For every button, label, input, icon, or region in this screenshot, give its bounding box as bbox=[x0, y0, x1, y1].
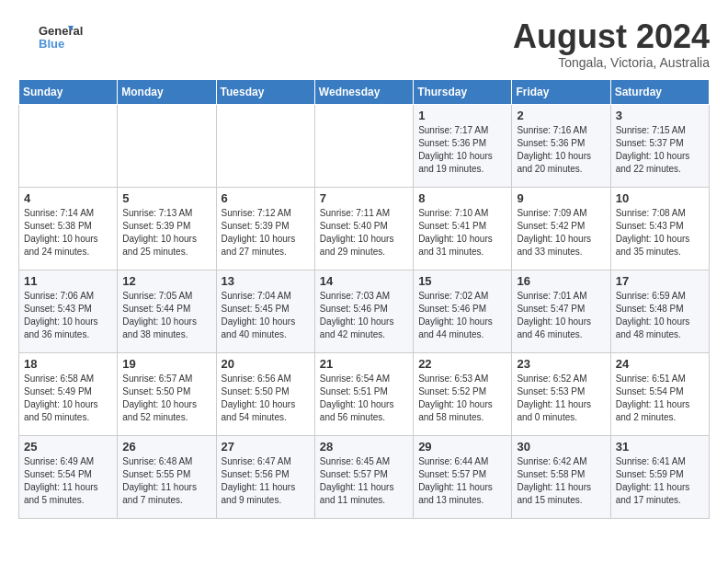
day-info: Sunrise: 6:59 AM Sunset: 5:48 PM Dayligh… bbox=[616, 290, 704, 341]
calendar-cell: 10Sunrise: 7:08 AM Sunset: 5:43 PM Dayli… bbox=[610, 187, 709, 270]
calendar-table: SundayMondayTuesdayWednesdayThursdayFrid… bbox=[18, 79, 710, 519]
calendar-cell: 8Sunrise: 7:10 AM Sunset: 5:41 PM Daylig… bbox=[414, 187, 512, 270]
calendar-cell: 18Sunrise: 6:58 AM Sunset: 5:49 PM Dayli… bbox=[19, 352, 118, 435]
calendar-cell: 20Sunrise: 6:56 AM Sunset: 5:50 PM Dayli… bbox=[216, 352, 314, 435]
day-number: 10 bbox=[616, 191, 704, 205]
day-number: 17 bbox=[616, 274, 704, 288]
calendar-cell: 19Sunrise: 6:57 AM Sunset: 5:50 PM Dayli… bbox=[118, 352, 216, 435]
day-number: 20 bbox=[222, 357, 310, 371]
title-block: August 2024 Tongala, Victoria, Australia bbox=[513, 18, 710, 70]
day-number: 3 bbox=[616, 109, 704, 122]
logo: General Blue General Blue bbox=[18, 18, 92, 55]
calendar-cell: 6Sunrise: 7:12 AM Sunset: 5:39 PM Daylig… bbox=[216, 187, 314, 270]
day-number: 22 bbox=[418, 357, 506, 371]
calendar-cell: 11Sunrise: 7:06 AM Sunset: 5:43 PM Dayli… bbox=[19, 270, 118, 352]
calendar-cell bbox=[118, 104, 216, 187]
weekday-header-saturday: Saturday bbox=[610, 79, 709, 104]
day-info: Sunrise: 7:13 AM Sunset: 5:39 PM Dayligh… bbox=[122, 207, 210, 259]
day-info: Sunrise: 6:44 AM Sunset: 5:57 PM Dayligh… bbox=[418, 455, 506, 507]
day-number: 23 bbox=[517, 357, 605, 371]
calendar-week-4: 18Sunrise: 6:58 AM Sunset: 5:49 PM Dayli… bbox=[19, 352, 710, 435]
calendar-cell: 3Sunrise: 7:15 AM Sunset: 5:37 PM Daylig… bbox=[610, 104, 709, 187]
day-info: Sunrise: 6:51 AM Sunset: 5:54 PM Dayligh… bbox=[616, 373, 704, 424]
day-info: Sunrise: 7:02 AM Sunset: 5:46 PM Dayligh… bbox=[418, 290, 506, 341]
day-number: 18 bbox=[24, 357, 112, 371]
day-info: Sunrise: 7:11 AM Sunset: 5:40 PM Dayligh… bbox=[320, 207, 408, 259]
day-number: 19 bbox=[122, 357, 210, 371]
calendar-cell: 17Sunrise: 6:59 AM Sunset: 5:48 PM Dayli… bbox=[610, 270, 709, 352]
calendar-cell: 5Sunrise: 7:13 AM Sunset: 5:39 PM Daylig… bbox=[118, 187, 216, 270]
day-info: Sunrise: 7:17 AM Sunset: 5:36 PM Dayligh… bbox=[418, 124, 506, 176]
day-info: Sunrise: 6:45 AM Sunset: 5:57 PM Dayligh… bbox=[320, 455, 408, 507]
day-number: 25 bbox=[24, 440, 112, 454]
day-info: Sunrise: 6:56 AM Sunset: 5:50 PM Dayligh… bbox=[222, 373, 310, 424]
calendar-cell: 26Sunrise: 6:48 AM Sunset: 5:55 PM Dayli… bbox=[118, 435, 216, 518]
weekday-header-monday: Monday bbox=[118, 79, 216, 104]
day-number: 26 bbox=[122, 440, 210, 454]
day-number: 16 bbox=[517, 274, 605, 288]
calendar-cell: 12Sunrise: 7:05 AM Sunset: 5:44 PM Dayli… bbox=[118, 270, 216, 352]
calendar-cell: 16Sunrise: 7:01 AM Sunset: 5:47 PM Dayli… bbox=[512, 270, 610, 352]
day-info: Sunrise: 6:47 AM Sunset: 5:56 PM Dayligh… bbox=[222, 455, 310, 507]
day-info: Sunrise: 7:06 AM Sunset: 5:43 PM Dayligh… bbox=[24, 290, 112, 341]
day-number: 5 bbox=[122, 191, 210, 205]
day-number: 31 bbox=[616, 440, 704, 454]
weekday-header-sunday: Sunday bbox=[19, 79, 118, 104]
calendar-week-2: 4Sunrise: 7:14 AM Sunset: 5:38 PM Daylig… bbox=[19, 187, 710, 270]
day-number: 15 bbox=[418, 274, 506, 288]
calendar-cell: 24Sunrise: 6:51 AM Sunset: 5:54 PM Dayli… bbox=[610, 352, 709, 435]
weekday-header-thursday: Thursday bbox=[414, 79, 512, 104]
day-info: Sunrise: 7:16 AM Sunset: 5:36 PM Dayligh… bbox=[517, 124, 605, 176]
calendar-cell bbox=[216, 104, 314, 187]
svg-text:Blue: Blue bbox=[39, 37, 64, 51]
calendar-cell bbox=[314, 104, 413, 187]
day-number: 29 bbox=[418, 440, 506, 454]
day-info: Sunrise: 6:53 AM Sunset: 5:52 PM Dayligh… bbox=[418, 373, 506, 424]
day-info: Sunrise: 7:03 AM Sunset: 5:46 PM Dayligh… bbox=[320, 290, 408, 341]
calendar-cell: 22Sunrise: 6:53 AM Sunset: 5:52 PM Dayli… bbox=[414, 352, 512, 435]
day-info: Sunrise: 6:41 AM Sunset: 5:59 PM Dayligh… bbox=[616, 455, 704, 507]
weekday-header-wednesday: Wednesday bbox=[314, 79, 413, 104]
day-number: 24 bbox=[616, 357, 704, 371]
day-info: Sunrise: 7:04 AM Sunset: 5:45 PM Dayligh… bbox=[222, 290, 310, 341]
calendar-cell: 14Sunrise: 7:03 AM Sunset: 5:46 PM Dayli… bbox=[314, 270, 413, 352]
weekday-header-tuesday: Tuesday bbox=[216, 79, 314, 104]
calendar-cell: 2Sunrise: 7:16 AM Sunset: 5:36 PM Daylig… bbox=[512, 104, 610, 187]
calendar-cell: 23Sunrise: 6:52 AM Sunset: 5:53 PM Dayli… bbox=[512, 352, 610, 435]
day-number: 8 bbox=[418, 191, 506, 205]
day-info: Sunrise: 7:05 AM Sunset: 5:44 PM Dayligh… bbox=[122, 290, 210, 341]
day-number: 7 bbox=[320, 191, 408, 205]
day-info: Sunrise: 7:09 AM Sunset: 5:42 PM Dayligh… bbox=[517, 207, 605, 259]
day-number: 1 bbox=[418, 109, 506, 122]
day-info: Sunrise: 7:14 AM Sunset: 5:38 PM Dayligh… bbox=[24, 207, 112, 259]
calendar-cell: 4Sunrise: 7:14 AM Sunset: 5:38 PM Daylig… bbox=[19, 187, 118, 270]
logo-icon: General Blue bbox=[18, 18, 92, 55]
calendar-cell: 28Sunrise: 6:45 AM Sunset: 5:57 PM Dayli… bbox=[314, 435, 413, 518]
day-number: 30 bbox=[517, 440, 605, 454]
day-info: Sunrise: 7:01 AM Sunset: 5:47 PM Dayligh… bbox=[517, 290, 605, 341]
day-info: Sunrise: 6:48 AM Sunset: 5:55 PM Dayligh… bbox=[122, 455, 210, 507]
calendar-cell: 30Sunrise: 6:42 AM Sunset: 5:58 PM Dayli… bbox=[512, 435, 610, 518]
day-info: Sunrise: 7:15 AM Sunset: 5:37 PM Dayligh… bbox=[616, 124, 704, 176]
calendar-week-1: 1Sunrise: 7:17 AM Sunset: 5:36 PM Daylig… bbox=[19, 104, 710, 187]
weekday-header-row: SundayMondayTuesdayWednesdayThursdayFrid… bbox=[19, 79, 710, 104]
month-year-title: August 2024 bbox=[513, 18, 710, 55]
calendar-cell: 13Sunrise: 7:04 AM Sunset: 5:45 PM Dayli… bbox=[216, 270, 314, 352]
day-info: Sunrise: 7:12 AM Sunset: 5:39 PM Dayligh… bbox=[222, 207, 310, 259]
day-number: 6 bbox=[222, 191, 310, 205]
weekday-header-friday: Friday bbox=[512, 79, 610, 104]
day-info: Sunrise: 6:58 AM Sunset: 5:49 PM Dayligh… bbox=[24, 373, 112, 424]
calendar-cell: 29Sunrise: 6:44 AM Sunset: 5:57 PM Dayli… bbox=[414, 435, 512, 518]
day-number: 27 bbox=[222, 440, 310, 454]
calendar-cell: 27Sunrise: 6:47 AM Sunset: 5:56 PM Dayli… bbox=[216, 435, 314, 518]
day-info: Sunrise: 6:57 AM Sunset: 5:50 PM Dayligh… bbox=[122, 373, 210, 424]
calendar-cell bbox=[19, 104, 118, 187]
day-info: Sunrise: 6:49 AM Sunset: 5:54 PM Dayligh… bbox=[24, 455, 112, 507]
day-info: Sunrise: 6:42 AM Sunset: 5:58 PM Dayligh… bbox=[517, 455, 605, 507]
day-number: 12 bbox=[122, 274, 210, 288]
day-number: 13 bbox=[222, 274, 310, 288]
day-info: Sunrise: 7:08 AM Sunset: 5:43 PM Dayligh… bbox=[616, 207, 704, 259]
calendar-cell: 25Sunrise: 6:49 AM Sunset: 5:54 PM Dayli… bbox=[19, 435, 118, 518]
day-info: Sunrise: 7:10 AM Sunset: 5:41 PM Dayligh… bbox=[418, 207, 506, 259]
calendar-cell: 15Sunrise: 7:02 AM Sunset: 5:46 PM Dayli… bbox=[414, 270, 512, 352]
